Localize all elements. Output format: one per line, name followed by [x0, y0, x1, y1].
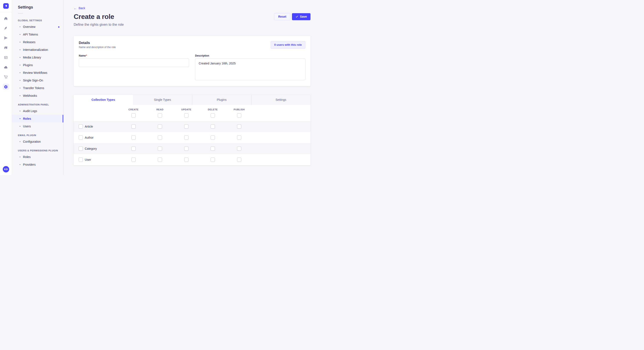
sidebar-item-review-workflows[interactable]: Review Workflows — [12, 69, 63, 77]
article-delete-checkbox[interactable] — [210, 124, 215, 129]
article-read-checkbox[interactable] — [158, 124, 162, 129]
select-all-publish-checkbox[interactable] — [237, 113, 241, 118]
sidebar-item-providers[interactable]: Providers — [12, 161, 63, 169]
avatar[interactable]: KD — [3, 166, 9, 173]
sidebar-item-overview[interactable]: Overview — [12, 23, 63, 31]
table-cell — [173, 158, 200, 162]
main-content: ← Back Create a role Reset Save Define t… — [64, 0, 322, 175]
rail-item-home-icon[interactable] — [3, 15, 9, 21]
sidebar-item-transfer-tokens[interactable]: Transfer Tokens — [12, 84, 63, 92]
name-input[interactable] — [79, 58, 189, 67]
settings-subnav: Settings GLOBAL SETTINGSOverviewAPI Toke… — [12, 0, 64, 175]
sidebar-item-label: Webhooks — [23, 94, 37, 97]
sidebar-item-audit-logs[interactable]: Audit Logs — [12, 107, 63, 115]
table-cell — [173, 124, 200, 129]
category-publish-checkbox[interactable] — [237, 147, 241, 151]
rail-item-settings-gear-icon[interactable] — [3, 84, 9, 90]
tab-plugins[interactable]: Plugins — [192, 95, 251, 105]
logo-cell — [0, 0, 12, 12]
sidebar-section-label: GLOBAL SETTINGS — [12, 15, 63, 23]
article-create-checkbox[interactable] — [132, 124, 136, 129]
sidebar-item-api-tokens[interactable]: API Tokens — [12, 31, 63, 38]
article-publish-checkbox[interactable] — [237, 124, 241, 129]
check-icon — [296, 15, 298, 18]
author-create-checkbox[interactable] — [132, 136, 136, 140]
sidebar-item-internationalization[interactable]: Internationalization — [12, 46, 63, 54]
sidebar-item-webhooks[interactable]: Webhooks — [12, 92, 63, 100]
sidebar-item-users[interactable]: Users — [12, 123, 63, 130]
table-row-article: Article — [74, 121, 310, 132]
user-create-checkbox[interactable] — [132, 158, 136, 162]
table-row-user: User — [74, 154, 310, 165]
sidebar-item-label: Internationalization — [23, 48, 48, 51]
column-header-read: READ — [147, 108, 173, 111]
author-read-checkbox[interactable] — [158, 136, 162, 140]
select-all-update-checkbox[interactable] — [184, 113, 188, 118]
author-update-checkbox[interactable] — [184, 136, 188, 140]
category-update-checkbox[interactable] — [184, 147, 188, 151]
table-cell — [173, 136, 200, 140]
tab-settings[interactable]: Settings — [251, 95, 310, 105]
tab-collection-types[interactable]: Collection Types — [74, 95, 133, 105]
row-label: Author — [85, 136, 94, 139]
reset-button[interactable]: Reset — [274, 13, 290, 20]
page-subtitle: Define the rights given to the role — [74, 23, 310, 26]
author-delete-checkbox[interactable] — [210, 136, 215, 140]
permissions-table: CREATEREADUPDATEDELETEPUBLISH ArticleAut… — [74, 105, 310, 165]
sidebar-item-roles[interactable]: Roles — [12, 115, 63, 123]
user-publish-checkbox[interactable] — [237, 158, 241, 162]
table-cell — [200, 158, 226, 162]
row-checkbox-author[interactable] — [78, 136, 83, 140]
category-create-checkbox[interactable] — [132, 147, 136, 151]
sidebar-item-roles[interactable]: Roles — [12, 153, 63, 161]
tab-single-types[interactable]: Single Types — [133, 95, 192, 105]
save-button[interactable]: Save — [292, 13, 310, 20]
sidebar-item-single-sign-on[interactable]: Single Sign-On — [12, 77, 63, 84]
table-cell — [147, 113, 173, 118]
description-textarea[interactable] — [195, 58, 306, 80]
media-library-icon — [4, 46, 8, 50]
rail-item-layout-icon[interactable] — [3, 54, 9, 61]
table-cell — [226, 124, 252, 129]
author-publish-checkbox[interactable] — [237, 136, 241, 140]
bullet-dot — [20, 164, 20, 165]
bullet-dot — [20, 95, 20, 96]
back-link[interactable]: ← Back — [74, 6, 85, 10]
sidebar-item-configuration[interactable]: Configuration — [12, 138, 63, 146]
description-field-group: Description — [195, 54, 306, 81]
select-all-delete-checkbox[interactable] — [210, 113, 215, 118]
table-cell — [120, 124, 147, 129]
article-update-checkbox[interactable] — [184, 124, 188, 129]
rail-item-media-library-icon[interactable] — [3, 44, 9, 51]
rail-item-pen-icon[interactable] — [3, 25, 9, 31]
sidebar-item-label: Releases — [23, 40, 35, 44]
bullet-dot — [20, 88, 20, 88]
strapi-logo[interactable] — [3, 3, 9, 9]
user-update-checkbox[interactable] — [184, 158, 188, 162]
sidebar-item-label: Configuration — [23, 140, 41, 143]
sidebar-item-plugins[interactable]: Plugins — [12, 61, 63, 69]
row-checkbox-article[interactable] — [78, 124, 83, 129]
users-with-role-button[interactable]: 0 users with this role — [271, 41, 306, 49]
permissions-card: Collection TypesSingle TypesPluginsSetti… — [74, 95, 310, 165]
permissions-table-header: CREATEREADUPDATEDELETEPUBLISH — [74, 105, 310, 121]
row-label: Category — [85, 147, 97, 150]
user-delete-checkbox[interactable] — [210, 158, 215, 162]
user-read-checkbox[interactable] — [158, 158, 162, 162]
row-checkbox-category[interactable] — [78, 147, 83, 151]
paper-plane-icon — [4, 36, 8, 40]
header-actions: Reset Save — [274, 13, 310, 20]
sidebar-item-media-library[interactable]: Media Library — [12, 54, 63, 61]
rail-item-paper-plane-icon[interactable] — [3, 35, 9, 41]
category-delete-checkbox[interactable] — [210, 147, 215, 151]
select-all-read-checkbox[interactable] — [158, 113, 162, 118]
select-all-create-checkbox[interactable] — [132, 113, 136, 118]
row-checkbox-user[interactable] — [78, 158, 83, 162]
details-fields: Name* Description — [79, 54, 306, 81]
table-cell — [173, 147, 200, 151]
sidebar-item-releases[interactable]: Releases — [12, 38, 63, 46]
rail-item-cloud-icon[interactable] — [3, 64, 9, 70]
rail-item-cart-icon[interactable] — [3, 74, 9, 80]
category-read-checkbox[interactable] — [158, 147, 162, 151]
subnav-title: Settings — [18, 5, 58, 9]
